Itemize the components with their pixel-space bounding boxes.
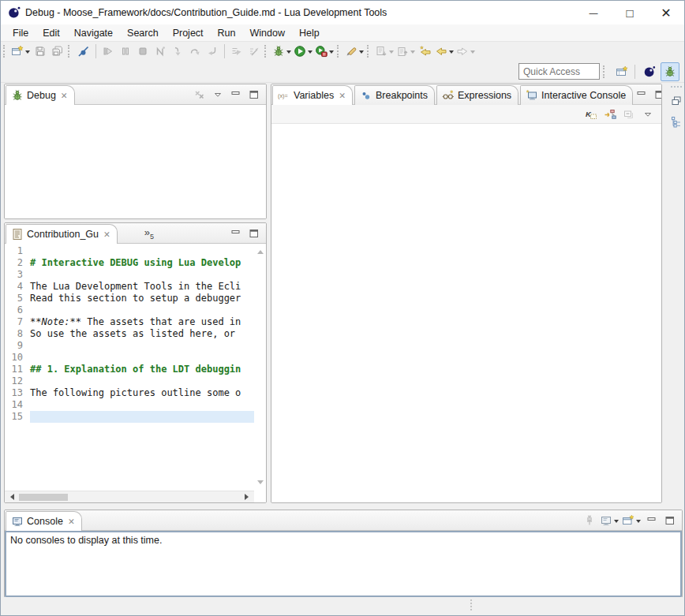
editor-line[interactable]: 14 (5, 399, 254, 411)
maximize-window-button[interactable]: □ (612, 1, 648, 24)
last-edit-location-button[interactable] (417, 43, 434, 60)
maximize-view-button[interactable] (651, 86, 662, 103)
editor-line[interactable]: 10 (5, 352, 254, 364)
external-tools-button[interactable] (344, 43, 365, 60)
scroll-left-icon[interactable] (7, 494, 14, 500)
debug-view-content[interactable] (5, 105, 266, 218)
dropdown-arrow-icon[interactable] (285, 47, 292, 56)
maximize-view-button[interactable] (661, 512, 679, 529)
tab-expressions[interactable]: Expressions (436, 85, 518, 105)
editor-line[interactable]: 7**Note:** The assets that are used in (5, 316, 254, 328)
disconnect-button[interactable] (152, 43, 169, 60)
dropdown-arrow-icon[interactable] (24, 47, 31, 56)
editor-horizontal-scrollbar[interactable] (5, 491, 254, 502)
minimize-view-button[interactable] (643, 512, 661, 529)
menu-run[interactable]: Run (211, 25, 243, 41)
menu-window[interactable]: Window (243, 25, 292, 41)
editor-line[interactable]: 8So use the assets as listed here, or (5, 328, 254, 340)
use-step-filters-button[interactable] (228, 43, 245, 60)
dropdown-arrow-icon[interactable] (612, 516, 619, 525)
save-button[interactable] (32, 43, 49, 60)
dropdown-arrow-icon[interactable] (634, 516, 642, 525)
editor-text-area[interactable]: 12# Interactive DEBUG using Lua Develop3… (5, 244, 266, 502)
show-type-names-button[interactable]: K (582, 106, 600, 123)
back-button[interactable] (434, 43, 455, 60)
debug-perspective-button[interactable] (661, 62, 679, 81)
view-menu-button[interactable] (209, 86, 226, 103)
save-all-button[interactable] (49, 43, 66, 60)
open-perspective-button[interactable] (612, 62, 631, 81)
scrollbar-thumb[interactable] (19, 494, 68, 501)
menu-edit[interactable]: Edit (36, 25, 67, 41)
minimize-window-button[interactable]: — (575, 1, 612, 24)
forward-button[interactable] (455, 43, 477, 60)
resume-button[interactable] (99, 43, 117, 60)
variables-view-content[interactable] (271, 124, 661, 502)
restore-views-button[interactable] (668, 93, 684, 109)
editor-line[interactable]: 6 (5, 304, 254, 316)
dropdown-arrow-icon[interactable] (469, 47, 476, 56)
menu-search[interactable]: Search (120, 25, 166, 41)
dropdown-arrow-icon[interactable] (357, 47, 365, 56)
outline-view-button[interactable] (668, 114, 684, 129)
terminate-button[interactable] (134, 43, 152, 60)
close-icon[interactable]: ✕ (61, 91, 68, 100)
toggle-step-filters-button[interactable] (245, 43, 263, 60)
editor-line[interactable]: 4The Lua Development Tools in the Ecli (5, 281, 254, 293)
menu-help[interactable]: Help (292, 25, 327, 41)
maximize-view-button[interactable] (245, 86, 263, 103)
scroll-right-icon[interactable] (245, 494, 252, 500)
dropdown-arrow-icon[interactable] (306, 47, 313, 56)
minimize-view-button[interactable] (633, 86, 650, 103)
close-icon[interactable]: ✕ (68, 517, 75, 526)
quick-access-input[interactable] (518, 63, 600, 80)
tab-contribution-gu[interactable]: Contribution_Gu✕ (6, 224, 118, 244)
editor-line[interactable]: 1 (5, 245, 254, 257)
collapse-all-button[interactable] (620, 106, 638, 123)
menu-file[interactable]: File (6, 25, 36, 41)
open-console-button[interactable] (621, 512, 642, 529)
view-menu-button[interactable] (639, 106, 657, 123)
tab-debug[interactable]: Debug✕ (6, 85, 75, 105)
new-wizard-button[interactable] (10, 43, 32, 60)
console-content[interactable]: No consoles to display at this time. (5, 531, 682, 597)
run-button[interactable] (293, 43, 314, 60)
step-over-button[interactable] (186, 43, 204, 60)
suspend-button[interactable] (117, 43, 134, 60)
editor-line[interactable]: 9 (5, 340, 254, 352)
lua-perspective-button[interactable] (640, 62, 659, 81)
dropdown-arrow-icon[interactable] (447, 47, 455, 56)
display-console-button[interactable] (599, 512, 620, 529)
editor-line[interactable]: 5Read this section to setup a debugger (5, 293, 254, 304)
step-into-button[interactable] (169, 43, 186, 60)
scroll-up-icon[interactable] (257, 247, 264, 254)
step-return-button[interactable] (204, 43, 221, 60)
editor-line[interactable]: 15 (5, 411, 254, 423)
trim-drag-handle[interactable] (671, 86, 682, 88)
editor-line[interactable]: 2# Interactive DEBUG using Lua Develop (5, 257, 254, 269)
close-window-button[interactable]: ✕ (648, 1, 684, 24)
editor-line[interactable]: 13The following pictures outline some o (5, 387, 254, 399)
minimize-view-button[interactable] (227, 86, 245, 103)
close-icon[interactable]: ✕ (339, 91, 346, 100)
debug-button[interactable] (271, 43, 293, 60)
editor-line[interactable]: 3 (5, 269, 254, 281)
show-logical-structures-button[interactable] (601, 106, 619, 123)
close-icon[interactable]: ✕ (103, 230, 110, 239)
previous-annotation-button[interactable] (395, 43, 417, 60)
tab-interactive-console[interactable]: Interactive Console (520, 85, 633, 105)
dropdown-arrow-icon[interactable] (328, 47, 335, 56)
editor-vertical-scrollbar[interactable] (254, 244, 266, 491)
coverage-button[interactable] (314, 43, 335, 60)
maximize-view-button[interactable] (245, 225, 263, 242)
pin-console-button[interactable] (581, 512, 598, 529)
tab-breakpoints[interactable]: Breakpoints (354, 85, 435, 105)
minimize-view-button[interactable] (227, 225, 245, 242)
tab-console[interactable]: Console✕ (6, 511, 82, 531)
next-annotation-button[interactable] (374, 43, 395, 60)
dropdown-arrow-icon[interactable] (409, 47, 416, 56)
editor-line[interactable]: 11## 1. Explanation of the LDT debuggin (5, 364, 254, 375)
dropdown-arrow-icon[interactable] (387, 47, 395, 56)
scroll-down-icon[interactable] (257, 480, 264, 487)
skip-all-breakpoints-button[interactable] (75, 43, 92, 60)
